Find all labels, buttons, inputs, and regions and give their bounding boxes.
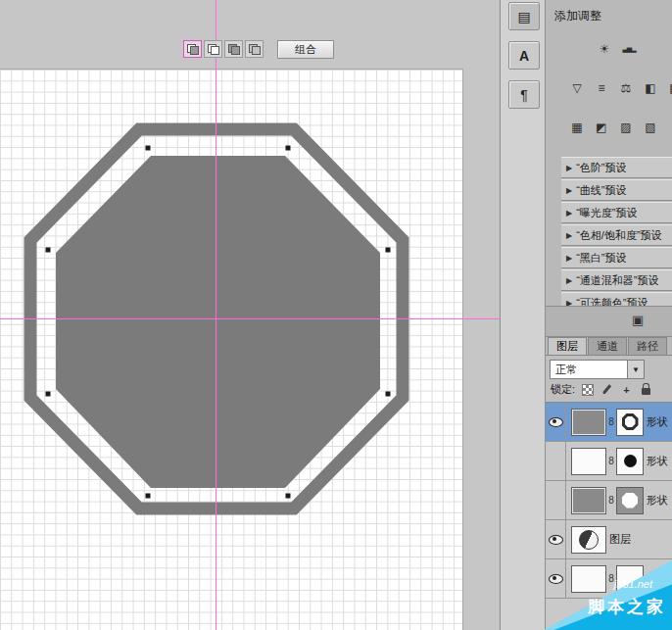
levels-icon[interactable]: ▃▅▂	[619, 41, 639, 57]
layer-thumbnail[interactable]	[571, 526, 606, 554]
adjustment-icons-row-3: ▦ ◩ ▨ ▧	[567, 120, 660, 135]
layer-row-shape-circle[interactable]: 8 形状	[546, 442, 672, 481]
link-icon: 8	[606, 495, 616, 506]
octagon-fill-shape	[56, 156, 380, 488]
document-canvas[interactable]	[0, 69, 463, 630]
paragraph-panel-button[interactable]: ¶	[508, 80, 540, 109]
disclosure-triangle-icon[interactable]: ▶	[566, 186, 572, 195]
preset-black-white[interactable]: ▶ “黑白”预设	[561, 247, 672, 268]
dock-panel-button[interactable]: ▤	[508, 2, 540, 30]
invert-icon[interactable]: ◩	[592, 120, 611, 135]
hue-saturation-icon[interactable]: ≡	[592, 80, 611, 96]
layer-list: 8 形状 8 形状 8 形状	[546, 402, 672, 630]
lock-transparency-button[interactable]	[580, 383, 595, 396]
tab-channels[interactable]: 通道	[588, 337, 627, 355]
adjustments-panel-title: 添加调整	[554, 8, 601, 24]
eye-icon	[549, 535, 563, 545]
photoshop-workspace: 组合 ▤ A ¶ 添加调整 ☀ ▃▅▂ ▽ ≡ ⚖ ◧ ▩ ▦ ◩ ▨ ▧	[0, 0, 672, 630]
gradient-map-icon[interactable]: ▨	[616, 120, 636, 135]
layer-thumbnail[interactable]	[571, 409, 606, 436]
layers-panel-body: 正常 ▼ 锁定: + 8 形状	[546, 355, 672, 630]
right-dock-panel: 添加调整 ☀ ▃▅▂ ▽ ≡ ⚖ ◧ ▩ ▦ ◩ ▨ ▧ ▶ “色阶”预设 ▶ …	[545, 0, 672, 630]
paragraph-panel-icon: ¶	[520, 87, 528, 103]
preset-exposure[interactable]: ▶ “曝光度”预设	[561, 202, 672, 223]
lock-position-button[interactable]: +	[619, 383, 634, 396]
layer-thumbnail[interactable]	[571, 448, 606, 475]
disclosure-triangle-icon[interactable]: ▶	[566, 164, 572, 172]
black-white-icon[interactable]: ◧	[641, 80, 660, 96]
character-panel-button[interactable]: A	[508, 41, 540, 70]
disclosure-triangle-icon[interactable]: ▶	[566, 276, 572, 285]
brightness-contrast-icon[interactable]: ☀	[595, 41, 614, 57]
lock-all-button[interactable]	[639, 383, 653, 396]
eye-icon	[549, 574, 563, 584]
tab-layers[interactable]: 图层	[548, 337, 587, 355]
layer-row-bottom[interactable]: 8	[546, 559, 672, 599]
chevron-down-icon[interactable]: ▼	[627, 361, 644, 378]
circle-shape-icon	[624, 455, 637, 467]
layer-row-layer1[interactable]: 图层 1	[546, 520, 672, 559]
disclosure-triangle-icon[interactable]: ▶	[566, 254, 572, 263]
disclosure-triangle-icon[interactable]: ▶	[566, 209, 572, 218]
vertical-guide[interactable]	[216, 0, 216, 630]
subtract-shape-area-button[interactable]	[204, 40, 222, 58]
preset-levels[interactable]: ▶ “色阶”预设	[561, 157, 672, 178]
vector-mask-thumbnail[interactable]	[616, 565, 644, 593]
visibility-toggle[interactable]	[546, 403, 566, 441]
vibrance-icon[interactable]: ▽	[567, 80, 587, 96]
layer-thumbnail[interactable]	[571, 565, 606, 593]
half-circle-icon	[579, 530, 599, 550]
disclosure-triangle-icon[interactable]: ▶	[566, 231, 572, 240]
visibility-toggle[interactable]	[546, 559, 566, 598]
horizontal-guide[interactable]	[0, 318, 500, 319]
tab-paths[interactable]: 路径	[628, 337, 667, 355]
layer-row-shape-ring[interactable]: 8 形状	[546, 403, 672, 442]
preset-curves[interactable]: ▶ “曲线”预设	[561, 179, 672, 201]
expanded-view-icon[interactable]: ▣	[632, 313, 644, 327]
lock-image-button[interactable]	[600, 383, 614, 396]
layer-thumbnail[interactable]	[571, 487, 606, 514]
layer-name: 图层 1	[609, 532, 635, 547]
visibility-toggle[interactable]	[546, 481, 566, 519]
layer-row-shape-octagon[interactable]: 8 形状	[546, 481, 672, 520]
link-icon: 8	[606, 573, 616, 584]
visibility-toggle[interactable]	[546, 442, 566, 480]
color-balance-icon[interactable]: ⚖	[616, 80, 636, 96]
selective-color-icon[interactable]: ▧	[641, 120, 660, 135]
layers-panel-tabs: 图层 通道 路径	[548, 337, 667, 355]
blend-mode-value: 正常	[551, 361, 627, 378]
preset-channel-mixer[interactable]: ▶ “通道混和器”预设	[561, 269, 672, 291]
adjustment-icons-row-2: ▽ ≡ ⚖ ◧ ▩	[567, 80, 672, 96]
layer-name: 形状	[647, 454, 668, 468]
exclude-shape-area-button[interactable]	[245, 40, 264, 58]
layer-name: 形状	[647, 414, 668, 429]
eye-icon	[549, 417, 563, 427]
lock-options-row: 锁定: +	[551, 382, 653, 397]
layer-name: 形状	[647, 493, 668, 508]
add-shape-area-button[interactable]	[183, 40, 202, 58]
link-icon: 8	[606, 416, 616, 427]
vector-mask-thumbnail[interactable]	[616, 409, 644, 436]
combine-button[interactable]: 组合	[277, 40, 334, 59]
shape-layers-preview	[0, 70, 462, 630]
lock-label: 锁定:	[551, 382, 575, 397]
adjustment-presets-list: ▶ “色阶”预设 ▶ “曲线”预设 ▶ “曝光度”预设 ▶ “色相/饱和度”预设…	[561, 157, 672, 315]
vector-mask-thumbnail[interactable]	[616, 487, 644, 514]
vector-mask-thumbnail[interactable]	[616, 448, 644, 475]
checkerboard-icon	[582, 384, 594, 396]
brush-icon	[602, 384, 611, 394]
visibility-toggle[interactable]	[546, 520, 566, 558]
lock-icon	[642, 388, 650, 395]
preset-hue-saturation[interactable]: ▶ “色相/饱和度”预设	[561, 224, 672, 246]
path-operation-buttons	[183, 40, 264, 58]
link-icon: 8	[606, 456, 616, 466]
photo-filter-icon[interactable]: ▩	[665, 80, 672, 96]
channel-mixer-icon[interactable]: ▦	[567, 120, 587, 135]
octagon-shape-icon	[622, 493, 638, 509]
intersect-shape-area-button[interactable]	[224, 40, 243, 58]
adjustments-panel-footer: ▣	[546, 306, 672, 337]
octagon-outline-icon	[622, 413, 639, 430]
panel-dock-strip: ▤ A ¶	[500, 0, 546, 630]
adjustment-icons-row-1: ☀ ▃▅▂	[595, 41, 639, 57]
blend-mode-select[interactable]: 正常 ▼	[550, 360, 645, 379]
